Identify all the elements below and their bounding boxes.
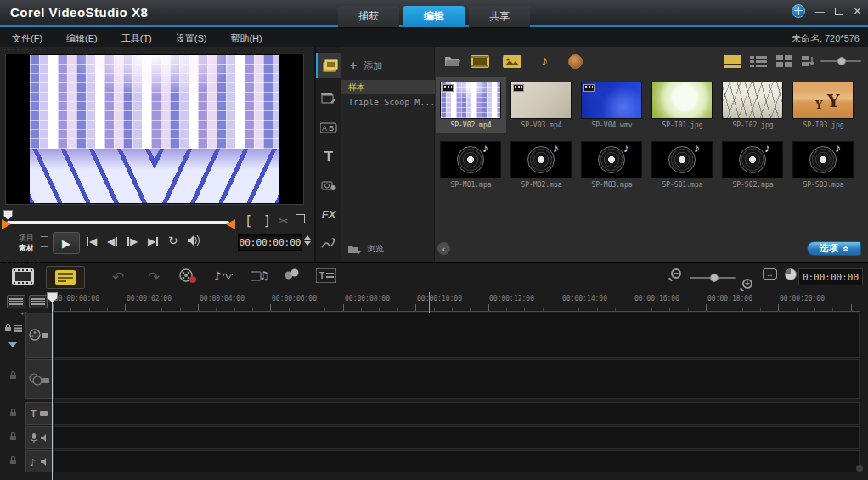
- nav-graphic-icon[interactable]: [316, 172, 341, 198]
- menu-help[interactable]: 帮助(H): [230, 32, 262, 45]
- preview-video-frame[interactable]: [5, 54, 304, 205]
- mode-clip-label[interactable]: 素材: [19, 243, 34, 254]
- view-grid-icon[interactable]: [775, 54, 793, 69]
- play-button[interactable]: ▶: [53, 232, 80, 254]
- trim-start-marker[interactable]: [2, 219, 11, 229]
- media-cell[interactable]: SP-I03.jpg: [788, 77, 859, 133]
- nav-motion-path-icon[interactable]: [316, 230, 341, 256]
- overlay-track-header[interactable]: [25, 359, 53, 399]
- mark-out-button[interactable]: ]: [263, 213, 271, 229]
- menu-settings[interactable]: 设置(S): [176, 32, 207, 45]
- timeline-ruler[interactable]: 00:00:00:00 00:00:02:00 00:00:04:00 00:0…: [53, 293, 860, 312]
- duration-clock-icon[interactable]: [785, 268, 797, 280]
- track-motion-button[interactable]: [284, 268, 301, 280]
- menu-edit[interactable]: 编辑(E): [66, 32, 98, 45]
- filter-360-icon[interactable]: [565, 53, 585, 70]
- nav-filter-fx-icon[interactable]: FX: [316, 201, 341, 227]
- filter-video-icon[interactable]: [470, 53, 490, 70]
- split-clip-scissors-button[interactable]: ✂: [279, 214, 289, 228]
- subtitle-editor-button[interactable]: T: [316, 268, 336, 283]
- nav-title-icon[interactable]: T: [316, 144, 341, 170]
- media-cell[interactable]: ♪ SP-S01.mpa: [647, 137, 718, 193]
- title-track-row[interactable]: [53, 402, 860, 425]
- folder-item-triple-scoop[interactable]: Triple Scoop M...: [341, 95, 435, 110]
- enlarge-preview-button[interactable]: [297, 216, 305, 223]
- media-cell[interactable]: SP-V02.mp4: [436, 77, 506, 133]
- timeline-view-button[interactable]: [46, 266, 85, 289]
- undo-button[interactable]: ↶: [112, 268, 124, 285]
- timecode-spinner[interactable]: [304, 235, 311, 246]
- close-button[interactable]: ✕: [854, 6, 861, 16]
- media-cell[interactable]: SP-I01.jpg: [647, 77, 718, 133]
- auto-music-button[interactable]: ♫: [251, 268, 269, 284]
- track-manager-button[interactable]: [29, 295, 48, 308]
- next-frame-button[interactable]: ▶: [127, 235, 138, 247]
- help-globe-icon[interactable]: [792, 4, 805, 18]
- redo-button[interactable]: ↷: [148, 268, 160, 285]
- view-list-icon[interactable]: [749, 54, 768, 69]
- repeat-button[interactable]: ↻: [168, 234, 178, 247]
- filter-audio-icon[interactable]: ♪: [534, 53, 555, 70]
- show-all-tracks-button[interactable]: [7, 295, 25, 308]
- import-folder-icon[interactable]: [442, 53, 463, 70]
- view-thumbnail-icon[interactable]: [724, 54, 742, 69]
- voice-track-header[interactable]: [25, 426, 53, 449]
- media-cell[interactable]: SP-V03.mp4: [506, 77, 577, 133]
- sort-icon[interactable]: [798, 54, 817, 69]
- folder-item-samples[interactable]: 样本: [341, 80, 435, 94]
- options-button[interactable]: 选项 «: [807, 241, 861, 256]
- minimize-button[interactable]: —: [815, 6, 825, 16]
- media-cell[interactable]: SP-I02.jpg: [718, 77, 788, 133]
- ripple-edit-voice-icon[interactable]: [0, 432, 25, 441]
- timeline-scroll-nub[interactable]: [856, 465, 863, 472]
- maximize-button[interactable]: [835, 8, 843, 15]
- media-cell[interactable]: SP-V04.wmv: [577, 77, 647, 133]
- preview-timecode[interactable]: 00:00:00:00: [238, 234, 302, 251]
- media-cell[interactable]: ♪ SP-M03.mpa: [577, 137, 647, 193]
- ripple-edit-video-icon[interactable]: [0, 324, 25, 332]
- fit-project-icon[interactable]: ↔: [763, 268, 777, 280]
- sound-mixer-button[interactable]: ♪: [214, 268, 233, 284]
- browse-button[interactable]: 浏览: [348, 243, 384, 255]
- voice-track-row[interactable]: [53, 426, 860, 449]
- ripple-edit-overlay-icon[interactable]: [0, 371, 25, 380]
- ripple-edit-title-icon[interactable]: [0, 409, 25, 417]
- video-track-row[interactable]: [53, 313, 860, 358]
- thumb-size-slider-knob[interactable]: [837, 57, 846, 65]
- menu-tools[interactable]: 工具(T): [121, 32, 152, 45]
- overlay-track-row[interactable]: [53, 359, 860, 399]
- nav-instant-project-icon[interactable]: [316, 85, 341, 110]
- go-start-button[interactable]: ◀: [87, 235, 97, 247]
- menu-file[interactable]: 文件(F): [12, 32, 42, 45]
- tab-share[interactable]: 共享: [469, 6, 530, 27]
- track-expand-arrow[interactable]: [0, 342, 25, 347]
- mark-in-button[interactable]: [: [245, 213, 252, 229]
- tab-capture[interactable]: 捕获: [338, 6, 399, 27]
- nav-media-icon[interactable]: [316, 53, 341, 78]
- title-track-header[interactable]: T: [25, 402, 53, 425]
- timeline-zoom-slider-knob[interactable]: [710, 274, 719, 282]
- tab-edit[interactable]: 编辑: [403, 6, 465, 27]
- storyboard-view-button[interactable]: [12, 268, 34, 285]
- ripple-edit-music-icon[interactable]: [0, 456, 25, 465]
- music-track-header[interactable]: ♪: [25, 450, 53, 472]
- add-folder-button[interactable]: + 添加: [350, 59, 382, 72]
- collapse-left-button[interactable]: ‹: [437, 242, 450, 255]
- timeline-timecode[interactable]: 0:00:00:00: [798, 268, 863, 285]
- music-track-row[interactable]: [53, 450, 860, 472]
- zoom-out-icon[interactable]: –: [671, 268, 681, 279]
- volume-button[interactable]: [187, 234, 200, 246]
- record-capture-button[interactable]: [178, 268, 197, 284]
- scrubber-track[interactable]: [7, 221, 229, 224]
- trim-end-marker[interactable]: [226, 219, 235, 229]
- video-track-header[interactable]: [25, 313, 53, 358]
- media-cell[interactable]: ♪ SP-M01.mpa: [436, 137, 506, 193]
- filter-photo-icon[interactable]: [502, 53, 522, 70]
- zoom-in-icon[interactable]: +: [742, 279, 752, 289]
- nav-transition-icon[interactable]: AB: [316, 115, 341, 140]
- media-cell[interactable]: ♪ SP-S03.mpa: [788, 137, 859, 193]
- media-cell[interactable]: ♪ SP-S02.mpa: [718, 137, 788, 193]
- prev-frame-button[interactable]: ◀: [107, 235, 117, 247]
- media-cell[interactable]: ♪ SP-M02.mpa: [506, 137, 577, 193]
- go-end-button[interactable]: ▶: [148, 235, 158, 247]
